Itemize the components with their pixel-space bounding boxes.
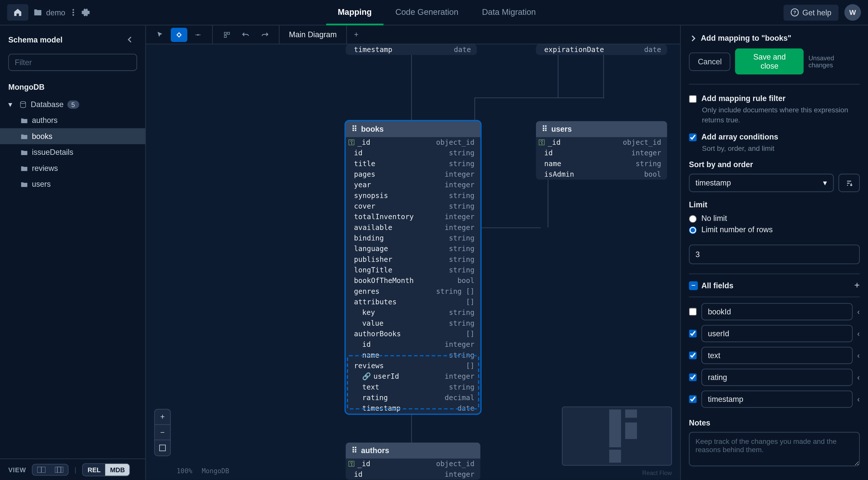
home-button[interactable]: [7, 4, 28, 21]
chevron-right-icon[interactable]: [689, 34, 698, 42]
entity-field[interactable]: ⚿_idobject_id: [536, 137, 667, 148]
fit-icon: [159, 444, 166, 451]
chevron-left-icon[interactable]: ‹: [857, 395, 860, 404]
entity-truncated-top[interactable]: timestampdate: [346, 44, 477, 55]
field-name-input[interactable]: [702, 303, 852, 321]
connect-tool[interactable]: [190, 27, 206, 41]
entity-field[interactable]: ⚿_idobject_id: [346, 137, 480, 148]
no-limit-radio[interactable]: [689, 215, 697, 223]
field-checkbox[interactable]: [689, 308, 697, 316]
save-button[interactable]: Save and close: [735, 49, 804, 74]
zoom-fit-button[interactable]: [155, 440, 170, 456]
entity-field[interactable]: coverstring: [346, 201, 480, 211]
entity-field[interactable]: ratingdecimal: [346, 392, 480, 403]
field-checkbox[interactable]: [689, 395, 697, 403]
entity-field[interactable]: idinteger: [346, 469, 480, 480]
add-diagram-button[interactable]: +: [347, 30, 366, 39]
zoom-out-button[interactable]: −: [155, 425, 170, 440]
minimap[interactable]: [562, 407, 672, 466]
entity-field[interactable]: longTitlestring: [346, 265, 480, 275]
entity-field[interactable]: 🔗userIdinteger: [346, 371, 480, 382]
entity-field[interactable]: ⚿_idobject_id: [346, 459, 480, 469]
collapse-sidebar-button[interactable]: [123, 32, 137, 47]
entity-field[interactable]: yearinteger: [346, 180, 480, 190]
field-checkbox[interactable]: [689, 352, 697, 360]
view-mongodb[interactable]: MDB: [105, 464, 130, 476]
limit-value-input[interactable]: [689, 245, 860, 264]
view-split-vertical[interactable]: [50, 464, 68, 475]
auto-layout-button[interactable]: [219, 27, 235, 41]
entity-field[interactable]: attributes[]: [346, 297, 480, 307]
sort-field-select[interactable]: timestamp ▾: [689, 174, 834, 192]
tab-code-generation[interactable]: Code Generation: [383, 0, 470, 25]
tab-mapping[interactable]: Mapping: [326, 0, 383, 25]
tree-collection-authors[interactable]: authors: [0, 112, 145, 128]
all-fields-toggle[interactable]: − All fields +: [689, 274, 860, 298]
chevron-left-icon[interactable]: ‹: [857, 308, 860, 317]
get-help-button[interactable]: ? Get help: [783, 4, 838, 20]
entity-field[interactable]: titlestring: [346, 158, 480, 169]
redo-button[interactable]: [256, 27, 273, 41]
entity-field[interactable]: languagestring: [346, 243, 480, 254]
entity-field[interactable]: availableinteger: [346, 222, 480, 233]
entity-truncated-top-right[interactable]: expirationDatedate: [536, 44, 667, 55]
sort-label: Sort by and order: [689, 160, 860, 169]
entity-field[interactable]: publisherstring: [346, 254, 480, 265]
entity-field[interactable]: timestampdate: [346, 403, 480, 414]
entity-field[interactable]: isAdminbool: [536, 169, 667, 179]
entity-field[interactable]: idinteger: [346, 339, 480, 350]
entity-field[interactable]: namestring: [536, 158, 667, 169]
entity-books[interactable]: ⠿books ⚿_idobject_ididstringtitlestringp…: [346, 121, 480, 414]
tree-collection-issueDetails[interactable]: issueDetails: [0, 144, 145, 160]
entity-field[interactable]: genresstring []: [346, 286, 480, 297]
chevron-left-icon[interactable]: ‹: [857, 351, 860, 360]
tree-collection-books[interactable]: books: [0, 128, 145, 144]
entity-field[interactable]: bindingstring: [346, 233, 480, 243]
entity-field[interactable]: textstring: [346, 382, 480, 392]
entity-field[interactable]: idinteger: [536, 148, 667, 158]
field-checkbox[interactable]: [689, 330, 697, 338]
entity-field[interactable]: bookOfTheMonthbool: [346, 275, 480, 286]
entity-field[interactable]: reviews[]: [346, 360, 480, 371]
field-name-input[interactable]: [702, 369, 852, 386]
notes-textarea[interactable]: [689, 432, 860, 467]
entity-field[interactable]: totalInventoryinteger: [346, 212, 480, 222]
tab-data-migration[interactable]: Data Migration: [470, 0, 548, 25]
entity-field[interactable]: idstring: [346, 148, 480, 158]
entity-field[interactable]: namestring: [346, 350, 480, 360]
limit-rows-radio[interactable]: [689, 227, 697, 234]
filter-checkbox[interactable]: [689, 95, 697, 103]
move-tool[interactable]: [171, 27, 187, 41]
cursor-tool[interactable]: [152, 27, 168, 41]
zoom-in-button[interactable]: +: [155, 410, 170, 425]
filter-input[interactable]: [8, 54, 137, 71]
entity-field[interactable]: valuestring: [346, 318, 480, 328]
chevron-left-icon[interactable]: ‹: [857, 373, 860, 382]
field-checkbox[interactable]: [689, 374, 697, 382]
entity-field[interactable]: keystring: [346, 307, 480, 318]
undo-button[interactable]: [238, 27, 254, 41]
array-conditions-checkbox[interactable]: [689, 133, 697, 141]
more-vertical-icon[interactable]: [69, 8, 77, 17]
tree-database[interactable]: ▾ Database 5: [0, 96, 145, 112]
sort-direction-button[interactable]: [838, 174, 860, 192]
field-name-input[interactable]: [702, 347, 852, 364]
entity-field[interactable]: synopsisstring: [346, 190, 480, 201]
view-relational[interactable]: REL: [83, 464, 105, 476]
entity-field[interactable]: pagesinteger: [346, 169, 480, 179]
entity-users[interactable]: ⠿users ⚿_idobject_ididintegernamestringi…: [536, 121, 667, 180]
view-split-horizontal[interactable]: [33, 464, 51, 475]
add-field-button[interactable]: +: [854, 280, 860, 291]
user-avatar[interactable]: W: [844, 4, 861, 21]
field-name-input[interactable]: [702, 325, 852, 342]
chevron-left-icon[interactable]: ‹: [857, 329, 860, 338]
diagram-tab[interactable]: Main Diagram: [279, 25, 347, 44]
field-name-input[interactable]: [702, 391, 852, 408]
cancel-button[interactable]: Cancel: [689, 52, 731, 70]
redo-icon: [260, 30, 269, 39]
tree-collection-reviews[interactable]: reviews: [0, 160, 145, 176]
entity-authors[interactable]: ⠿authors ⚿_idobject_ididinteger: [346, 443, 480, 480]
entity-field[interactable]: authorBooks[]: [346, 328, 480, 339]
gear-icon[interactable]: [81, 8, 90, 17]
tree-collection-users[interactable]: users: [0, 176, 145, 192]
